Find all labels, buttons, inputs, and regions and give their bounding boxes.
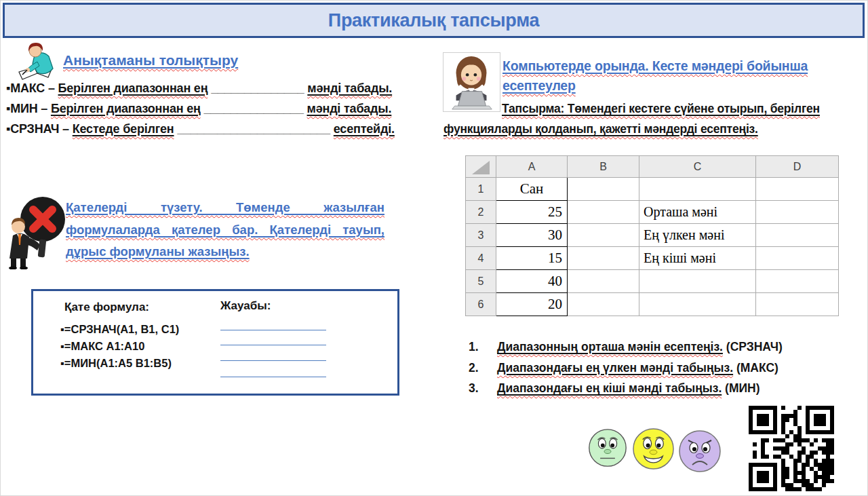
cell-c1 [639, 178, 756, 201]
cell-d3 [756, 224, 839, 247]
neutral-face-icon [588, 428, 627, 468]
tasks-list: 1. Диапазонның орташа мәнін есептеңіз. (… [469, 337, 862, 399]
task-item: 1. Диапазонның орташа мәнін есептеңіз. (… [469, 337, 862, 358]
cell-c5 [639, 270, 756, 293]
definition-item: ▪СРЗНАЧ – Кестеде берілген _____________… [6, 119, 440, 139]
cell-b1 [568, 178, 639, 201]
cell-a5: 40 [496, 270, 568, 293]
definition-term: СРЗНАЧ – [10, 122, 69, 136]
cell-d5 [756, 270, 839, 293]
task-text: Диапазондағы ең үлкен мәнді табыңыз. [497, 361, 733, 375]
corner-triangle-icon [472, 161, 490, 174]
column-header-d: D [756, 156, 839, 178]
task-function: (СРЗНАЧ) [723, 340, 783, 354]
sheet-row: 3 30 Ең үлкен мәні [466, 224, 839, 247]
definition-tail: есептейді. [334, 122, 395, 136]
definition-term: МАКС – [10, 81, 55, 95]
sheet-row: 1 Сан [466, 178, 839, 201]
cell-d1 [756, 178, 839, 201]
column-header-c: C [639, 156, 756, 178]
cell-a4: 15 [496, 247, 568, 270]
answer-line [220, 326, 326, 330]
answer-line [220, 341, 326, 345]
task-item: 2. Диапазондағы ең үлкен мәнді табыңыз. … [469, 358, 862, 379]
cell-b5 [568, 270, 639, 293]
row-header: 3 [466, 224, 496, 247]
section-title-definitions: Анықтаманы толықтыру [63, 52, 238, 69]
cell-c4: Ең кіші мәні [639, 247, 756, 270]
formula-list: ▪=СРЗНАЧ(А1, В1, С1) ▪=МАКС А1:А10 ▪=МИН… [60, 321, 179, 372]
cell-b2 [568, 201, 639, 224]
task-function: (МИН) [722, 381, 760, 395]
sheet-row: 4 15 Ең кіші мәні [466, 247, 839, 270]
cell-a6: 20 [496, 293, 568, 316]
definition-blank: ______________ [211, 81, 304, 95]
page-title: Практикалық тапсырма [328, 10, 539, 31]
cell-a3: 30 [496, 224, 568, 247]
definition-term: МИН – [10, 102, 47, 115]
cell-c3: Ең үлкен мәні [639, 224, 756, 247]
task-item: 3. Диапазондағы ең кіші мәнді табыңыз. (… [469, 378, 862, 399]
definition-item: ▪МИН – Берілген диапазоннан ең _________… [6, 98, 440, 119]
sheet-row: 6 20 [466, 293, 839, 316]
writer-boy-icon [17, 41, 56, 81]
task-function: (МАКС) [733, 361, 778, 375]
formula-box-right-header: Жауабы: [220, 299, 271, 313]
cell-b4 [568, 247, 639, 270]
task-description: Тапсырма: Төмендегі кестеге сүйене отыры… [443, 98, 868, 139]
definition-blank: _______________________ [177, 122, 330, 136]
formula-item: ▪=МИН(А1:А5 В1:В5) [60, 355, 179, 372]
definition-item: ▪МАКС – Берілген диапазоннан ең ________… [6, 78, 440, 98]
row-header: 2 [466, 201, 496, 224]
definition-blank: _______________ [204, 102, 304, 115]
column-header-b: B [568, 156, 639, 178]
definition-text: Берілген диапазоннан ең [51, 102, 201, 115]
cell-a2: 25 [496, 201, 568, 224]
qr-code [749, 406, 834, 491]
cell-d2 [756, 201, 839, 224]
row-header: 4 [466, 247, 496, 270]
column-header-a: A [496, 156, 568, 178]
task-text: Диапазонның орташа мәнін есептеңіз. [497, 340, 723, 354]
sad-face-icon [678, 430, 722, 473]
task-text: Диапазондағы ең кіші мәнді табыңыз. [497, 381, 722, 395]
cell-b3 [568, 224, 639, 247]
section-title-compute: Компьютерде орында. Кесте мәндері бойынш… [502, 56, 868, 96]
task-number: 2. [469, 358, 497, 379]
answer-line [220, 357, 326, 361]
happy-face-icon [632, 427, 675, 470]
cell-a1: Сан [496, 178, 568, 201]
cell-b6 [568, 293, 639, 316]
formula-item: ▪=МАКС А1:А10 [60, 338, 179, 355]
formula-item: ▪=СРЗНАЧ(А1, В1, С1) [60, 321, 179, 338]
definition-tail: мәнді табады. [307, 81, 392, 95]
formula-box: Қате формула: Жауабы: ▪=СРЗНАЧ(А1, В1, С… [31, 289, 399, 396]
cell-d4 [756, 247, 839, 270]
sheet-row: 5 40 [466, 270, 839, 293]
answer-line [220, 373, 326, 377]
cell-c2: Орташа мәні [639, 201, 756, 224]
error-sign-man-icon [5, 193, 67, 269]
spreadsheet-table: A B C D 1 Сан 2 25 Орташа мәні 3 [465, 155, 839, 316]
row-header: 5 [466, 270, 496, 293]
definition-text: Берілген диапазоннан ең [58, 81, 208, 95]
definitions-list: ▪МАКС – Берілген диапазоннан ең ________… [6, 78, 440, 139]
sheet-row: 2 25 Орташа мәні [466, 201, 839, 224]
row-header: 6 [466, 293, 496, 316]
header-bar: Практикалық тапсырма [3, 3, 865, 38]
task-number: 1. [469, 337, 497, 358]
select-all-corner [466, 156, 496, 178]
cell-c6 [639, 293, 756, 316]
row-header: 1 [466, 178, 496, 201]
error-fix-text: Қателерді түзету. Төменде жазылған форму… [66, 197, 384, 263]
worksheet-page: Практикалық тапсырма Анықтаманы толықтыр… [0, 0, 868, 496]
definition-text: Кестеде берілген [73, 122, 174, 136]
definition-tail: мәнді табады. [307, 102, 392, 115]
formula-box-left-header: Қате формула: [64, 301, 149, 314]
task-number: 3. [469, 378, 497, 399]
cell-d6 [756, 293, 839, 316]
